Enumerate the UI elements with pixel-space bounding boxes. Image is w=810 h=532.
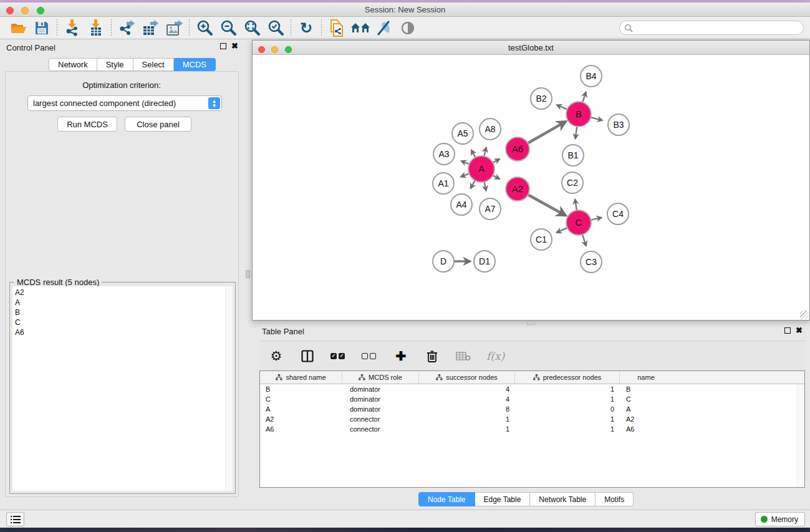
node-label-C: C [576,217,582,228]
network-canvas[interactable]: B4B2BB3A8A5A6A3B1AC2A1A2A4A7C4CC1C3DD1 [253,56,809,319]
column-header-mcds-role[interactable]: MCDS role [342,371,419,384]
eye-button[interactable] [396,19,420,37]
result-item[interactable]: A6 [15,327,225,337]
table-panel-tabs: Node Table Edge Table Network Table Moti… [418,492,634,506]
zoom-out-icon [220,20,236,36]
open-session-button[interactable] [6,19,30,37]
deselect-all-button[interactable] [362,348,378,364]
zoom-out-button[interactable] [216,19,240,37]
close-panel-icon[interactable]: ✖ [231,43,238,49]
export-network-button[interactable] [115,19,138,37]
close-panel-button[interactable]: Close panel [125,117,191,132]
float-panel-icon[interactable] [220,43,226,49]
table-row[interactable]: A2connector11A2 [260,414,804,424]
attribute-icon [436,374,443,380]
table-cell: 1 [515,414,620,424]
graphics-details-button[interactable] [372,19,396,37]
node-label-C4: C4 [612,209,624,219]
result-list-scrollbar[interactable] [225,286,233,491]
table-cell: dominator [342,384,419,394]
table-cell: dominator [342,404,419,414]
add-column-button[interactable]: ✚ [393,348,409,364]
tab-edge-table[interactable]: Edge Table [475,492,531,506]
export-table-button[interactable] [138,19,162,37]
table-row[interactable]: Cdominator41C [260,394,804,404]
gear-icon: ⚙ [271,349,282,364]
column-header-shared-name[interactable]: shared name [260,371,342,384]
table-row[interactable]: A6connector11A6 [260,424,804,434]
fx-icon: f(x) [486,350,504,362]
unchecked-box-icon [362,353,368,359]
result-item[interactable]: A [15,297,225,307]
select-all-button[interactable]: ✓ ✓ [330,348,347,364]
node-label-B3: B3 [613,120,624,130]
task-history-button[interactable] [6,512,24,526]
result-item[interactable]: C [15,317,225,327]
import-table-button[interactable] [84,19,108,37]
zoom-fit-icon [244,20,260,36]
main-toolbar: ↻ [0,17,810,39]
eye-icon [400,22,416,34]
toolbar-separator [291,19,291,37]
vertical-splitter-handle[interactable] [246,270,250,278]
column-header-successor-nodes[interactable]: successor nodes [419,371,515,384]
copy-current-view-button[interactable] [325,19,349,37]
function-builder-button[interactable]: f(x) [486,348,504,364]
table-cell: B [620,384,672,394]
tab-motifs[interactable]: Motifs [595,492,634,506]
zoom-selected-button[interactable] [264,19,287,37]
criterion-dropdown[interactable]: largest connected component (directed) ▲… [27,95,222,111]
node-table-body: Bdominator41BCdominator41CAdominator80AA… [260,384,804,434]
table-row[interactable]: Bdominator41B [260,384,804,394]
network-minimize-button[interactable] [271,46,278,53]
run-mcds-button[interactable]: Run MCDS [57,117,117,132]
tab-node-table[interactable]: Node Table [418,492,475,506]
float-table-panel-icon[interactable] [784,327,791,334]
minimize-window-button[interactable] [21,7,29,14]
zoom-in-button[interactable] [193,19,216,37]
tab-mcds[interactable]: MCDS [174,58,216,71]
zoom-selected-icon [268,20,284,36]
toggle-columns-button[interactable] [299,348,316,364]
delete-table-button[interactable] [455,348,471,364]
first-neighbors-button[interactable] [349,19,372,37]
table-row[interactable]: Adominator80A [260,404,804,414]
export-image-button[interactable] [162,19,186,37]
workspace: Control Panel ✖ Network Style Select MCD… [0,39,810,510]
network-window-titlebar[interactable]: testGlobe.txt [253,41,809,55]
checked-box-icon: ✓ [330,353,337,359]
table-settings-button[interactable]: ⚙ [268,348,284,364]
node-label-C3: C3 [586,257,597,267]
memory-button[interactable]: Memory [755,512,805,526]
tab-network-table[interactable]: Network Table [530,492,595,506]
zoom-fit-button[interactable] [240,19,264,37]
window-titlebar[interactable]: Session: New Session [0,2,810,17]
tab-style[interactable]: Style [97,58,133,71]
network-close-button[interactable] [258,46,265,53]
network-graph[interactable]: B4B2BB3A8A5A6A3B1AC2A1A2A4A7C4CC1C3DD1 [253,56,810,320]
refresh-button[interactable]: ↻ [294,19,318,37]
result-item[interactable]: A2 [15,288,225,297]
close-window-button[interactable] [6,7,14,14]
close-table-panel-icon[interactable]: ✖ [796,327,803,334]
search-input[interactable] [619,21,804,35]
network-zoom-button[interactable] [285,46,292,53]
tab-select[interactable]: Select [133,58,174,71]
column-header-name[interactable]: name [620,371,672,384]
plus-icon: ✚ [396,349,407,364]
save-session-button[interactable] [30,19,54,37]
resize-grip[interactable] [800,311,809,319]
table-cell: B [260,384,342,394]
zoom-in-icon [196,20,213,36]
tab-network[interactable]: Network [49,58,97,71]
export-image-icon [165,20,183,36]
column-header-predecessor-nodes[interactable]: predecessor nodes [515,371,620,384]
mcds-result-list[interactable]: A2ABCA6 [12,286,225,491]
horizontal-splitter-handle[interactable] [527,321,535,325]
import-network-button[interactable] [60,19,84,37]
delete-column-button[interactable] [424,348,440,364]
table-scrollbar[interactable] [797,384,804,487]
zoom-window-button[interactable] [37,7,44,14]
result-item[interactable]: B [15,307,225,317]
table-cell: A2 [620,414,672,424]
